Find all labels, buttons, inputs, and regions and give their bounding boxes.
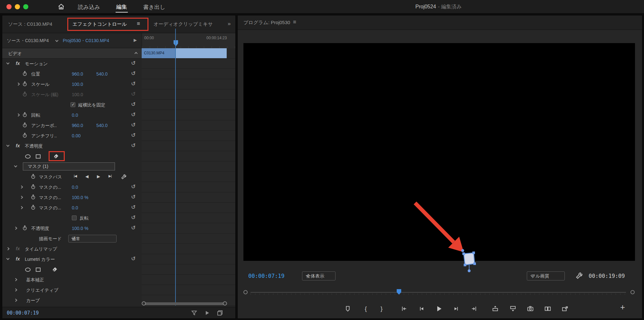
invert-checkbox[interactable]	[72, 215, 77, 220]
reset-icon[interactable]: ↺	[131, 101, 136, 108]
program-video-area[interactable]	[243, 43, 635, 261]
scrubber-track[interactable]	[251, 292, 626, 293]
expand-icon[interactable]	[14, 299, 17, 302]
home-icon[interactable]	[57, 3, 65, 11]
button-editor-plus[interactable]: +	[620, 302, 625, 312]
nav-import[interactable]: 読み込み	[77, 2, 101, 12]
ellipse-mask-tool-icon[interactable]	[24, 153, 31, 160]
stopwatch-icon[interactable]	[23, 113, 27, 117]
reset-icon[interactable]: ↺	[131, 204, 136, 211]
show-timeline-toggle-icon[interactable]: ▶	[134, 38, 137, 42]
anchor-y-value[interactable]: 540.0	[96, 123, 108, 128]
reset-icon[interactable]: ↺	[131, 132, 136, 139]
ec-horizontal-scrollbar[interactable]	[143, 302, 226, 305]
chevron-down-icon[interactable]	[55, 39, 59, 42]
rotation-value[interactable]: 0.0	[72, 113, 78, 118]
tab-effect-controls[interactable]: エフェクトコントロール	[72, 21, 127, 27]
reset-icon[interactable]: ↺	[131, 122, 136, 128]
play-button[interactable]	[433, 303, 445, 315]
position-y-value[interactable]: 540.0	[96, 71, 108, 77]
lift-button[interactable]	[489, 303, 501, 315]
add-marker-button[interactable]	[342, 303, 354, 315]
play-backward-icon[interactable]: ◀	[85, 174, 88, 179]
expand-icon[interactable]	[20, 206, 23, 209]
expand-icon[interactable]	[17, 83, 20, 86]
fx-badge-icon[interactable]: fx	[16, 61, 20, 66]
stopwatch-icon[interactable]	[31, 206, 35, 210]
reset-icon[interactable]: ↺	[131, 256, 136, 262]
clip-bar-right[interactable]	[175, 48, 227, 58]
export-button[interactable]	[559, 303, 571, 315]
expand-icon[interactable]	[14, 278, 17, 281]
zoom-level-select[interactable]: 全体表示	[302, 271, 336, 280]
collapse-motion-icon[interactable]	[6, 61, 10, 65]
comparison-view-button[interactable]	[542, 303, 554, 315]
antiflicker-value[interactable]: 0.00	[72, 133, 80, 138]
mark-in-button[interactable]: {	[360, 303, 372, 315]
ec-playhead-marker[interactable]	[174, 40, 178, 46]
tab-overflow-icon[interactable]: »	[228, 21, 231, 27]
playback-quality-select[interactable]: フル画質	[527, 271, 565, 280]
step-forward-button[interactable]	[450, 303, 462, 315]
uniform-scale-checkbox[interactable]	[71, 102, 75, 107]
extract-button[interactable]	[507, 303, 519, 315]
panel-menu-icon[interactable]: ≡	[137, 21, 140, 27]
reset-icon[interactable]: ↺	[131, 112, 136, 118]
expand-icon[interactable]	[20, 196, 23, 199]
mask-name-box[interactable]: マスク (1)	[23, 162, 115, 170]
play-forward-icon[interactable]: ▶	[97, 174, 100, 179]
close-window-button[interactable]	[6, 4, 12, 9]
stopwatch-icon[interactable]	[23, 72, 27, 76]
expand-icon[interactable]	[6, 247, 10, 251]
stopwatch-icon[interactable]	[31, 175, 35, 179]
expand-icon[interactable]	[14, 288, 17, 292]
expand-icon[interactable]	[17, 114, 20, 117]
ec-playhead-line[interactable]	[175, 29, 176, 306]
sequence-clip-name[interactable]: Proj0530・C0130.MP4	[63, 38, 109, 44]
fx-badge-icon[interactable]: fx	[16, 143, 20, 148]
stopwatch-icon[interactable]	[31, 196, 35, 199]
reset-icon[interactable]: ↺	[131, 60, 136, 67]
stopwatch-icon[interactable]	[31, 185, 35, 189]
stopwatch-icon[interactable]	[23, 226, 27, 230]
settings-wrench-icon[interactable]	[576, 272, 583, 280]
mark-out-button[interactable]: }	[376, 303, 387, 315]
nav-export[interactable]: 書き出し	[143, 2, 166, 12]
pen-mask-tool-icon[interactable]	[51, 266, 58, 273]
step-back-button[interactable]	[416, 303, 427, 315]
reset-icon[interactable]: ↺	[131, 194, 136, 200]
minimize-window-button[interactable]	[15, 4, 20, 9]
ec-timecode[interactable]: 00:00:07:19	[7, 310, 39, 316]
ellipse-mask-tool-icon[interactable]	[24, 266, 31, 273]
collapse-section-icon[interactable]	[135, 52, 138, 55]
fullscreen-window-button[interactable]	[23, 4, 28, 9]
blend-mode-select[interactable]: 通常	[68, 235, 117, 242]
program-timecode[interactable]: 00:00:07:19	[248, 273, 285, 279]
play-icon[interactable]	[204, 310, 211, 317]
wrench-icon[interactable]	[120, 173, 127, 180]
program-scrubber[interactable]	[238, 287, 642, 298]
anchor-x-value[interactable]: 960.0	[72, 123, 83, 128]
reset-icon[interactable]: ↺	[131, 70, 136, 77]
scale-value[interactable]: 100.0	[72, 82, 83, 87]
collapse-opacity-icon[interactable]	[6, 144, 10, 147]
stopwatch-icon[interactable]	[23, 123, 27, 127]
reset-icon[interactable]: ↺	[131, 142, 136, 149]
mask-opacity-value[interactable]: 100.0 %	[72, 195, 88, 200]
go-to-in-button[interactable]	[398, 303, 410, 315]
expand-icon[interactable]	[20, 186, 23, 189]
opacity-value[interactable]: 100.0 %	[72, 226, 88, 231]
scrubber-start-knob[interactable]	[243, 290, 248, 294]
export-frame-button[interactable]	[525, 303, 536, 315]
go-to-out-button[interactable]	[468, 303, 480, 315]
stopwatch-icon[interactable]	[23, 134, 27, 138]
prev-keyframe-icon[interactable]: |◀	[74, 174, 77, 178]
reset-icon[interactable]: ↺	[131, 81, 136, 87]
program-title[interactable]: プログラム: Proj0530	[243, 20, 290, 26]
mask-expansion-value[interactable]: 0.0	[72, 205, 78, 210]
ec-timeline-ruler[interactable]: 00:00 00:00:14:23	[142, 33, 236, 48]
frames-icon[interactable]	[217, 310, 224, 317]
next-keyframe-icon[interactable]: ▶|	[109, 174, 111, 178]
expand-icon[interactable]	[14, 227, 17, 230]
nav-edit[interactable]: 編集	[116, 1, 128, 13]
